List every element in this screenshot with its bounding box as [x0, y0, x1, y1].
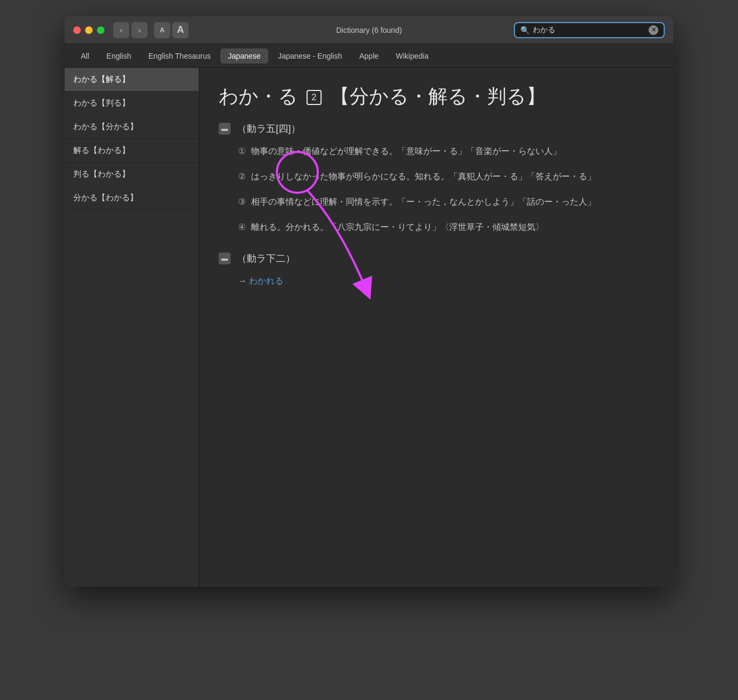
tab-all[interactable]: All	[73, 48, 97, 64]
search-icon: 🔍	[520, 26, 530, 34]
section-godan-icon: ▬	[219, 123, 231, 135]
def-num-1: ①	[238, 146, 246, 156]
tabbar: All English English Thesaurus Japanese J…	[65, 44, 673, 68]
sidebar: わかる【解る】 わかる【判る】 わかる【分かる】 解る【わかる】 判る【わかる】…	[65, 68, 199, 587]
sidebar-item-0[interactable]: わかる【解る】	[65, 68, 199, 92]
def-num-2: ②	[238, 172, 246, 181]
section-shimo-ni-defs: → わかれる	[238, 274, 654, 288]
tab-wikipedia[interactable]: Wikipedia	[388, 48, 436, 64]
def-num-4: ④	[238, 222, 246, 232]
def-arrow: →	[238, 276, 247, 285]
sidebar-item-5[interactable]: 分かる【わかる】	[65, 186, 199, 210]
section-godan: ▬ （動ラ五[四]） ① 物事の意味・価値などが理解できる。「意味がー・る」「音…	[219, 122, 654, 235]
def-num-3: ③	[238, 197, 246, 206]
fullscreen-button[interactable]	[97, 26, 105, 34]
section-shimo-ni-icon: ▬	[219, 253, 231, 264]
traffic-lights	[73, 26, 105, 34]
def-text-4: 離れる。分かれる。「八宗九宗にー・りてより」〈浮世草子・傾城禁短気〉	[251, 222, 544, 232]
entry-badge: 2	[307, 90, 322, 105]
font-larger-button[interactable]: A	[172, 22, 189, 38]
tab-english-thesaurus[interactable]: English Thesaurus	[141, 48, 218, 64]
section-godan-header: ▬ （動ラ五[四]）	[219, 122, 654, 135]
entry-reading: わか・る	[219, 85, 298, 107]
main-content: わかる【解る】 わかる【判る】 わかる【分かる】 解る【わかる】 判る【わかる】…	[65, 68, 673, 587]
search-clear-button[interactable]: ✕	[649, 25, 658, 35]
def-godan-4: ④ 離れる。分かれる。「八宗九宗にー・りてより」〈浮世草子・傾城禁短気〉	[238, 220, 654, 234]
def-godan-2: ② はっきりしなかった物事が明らかになる。知れる。「真犯人がー・る」「答えがー・…	[238, 169, 654, 184]
sidebar-item-3[interactable]: 解る【わかる】	[65, 139, 199, 163]
nav-buttons: ‹ ›	[113, 22, 148, 38]
sidebar-item-1[interactable]: わかる【判る】	[65, 92, 199, 115]
back-button[interactable]: ‹	[113, 22, 129, 38]
wakareru-link[interactable]: わかれる	[249, 276, 283, 285]
section-godan-defs: ① 物事の意味・価値などが理解できる。「意味がー・る」「音楽がー・らない人」 ②…	[238, 144, 654, 235]
section-shimo-ni: ▬ （動ラ下二） → わかれる	[219, 252, 654, 288]
titlebar: ‹ › A A Dictionary (6 found) 🔍 ✕	[65, 16, 673, 44]
section-shimo-ni-header: ▬ （動ラ下二）	[219, 252, 654, 265]
def-text-3: 相手の事情などに理解・同情を示す。「ー・った，なんとかしよう」「話のー・った人」	[251, 197, 596, 206]
entry-title: わか・る 2 【分かる・解る・判る】	[219, 84, 654, 109]
def-text-1: 物事の意味・価値などが理解できる。「意味がー・る」「音楽がー・らない人」	[251, 146, 561, 156]
forward-button[interactable]: ›	[131, 22, 148, 38]
dictionary-window: ‹ › A A Dictionary (6 found) 🔍 ✕ All Eng…	[65, 16, 673, 587]
dict-content: わか・る 2 【分かる・解る・判る】 ▬ （動ラ五[四]） ① 物事の意味・価値…	[199, 68, 673, 587]
sidebar-item-4[interactable]: 判る【わかる】	[65, 163, 199, 186]
def-shimo-ni-1: → わかれる	[238, 274, 654, 288]
tab-apple[interactable]: Apple	[352, 48, 386, 64]
search-input[interactable]	[533, 26, 645, 34]
def-godan-1: ① 物事の意味・価値などが理解できる。「意味がー・る」「音楽がー・らない人」	[238, 144, 654, 158]
def-godan-3: ③ 相手の事情などに理解・同情を示す。「ー・った，なんとかしよう」「話のー・った…	[238, 194, 654, 209]
font-smaller-button[interactable]: A	[154, 22, 170, 38]
section-godan-label: （動ラ五[四]）	[237, 122, 301, 135]
tab-japanese-english[interactable]: Japanese - English	[270, 48, 350, 64]
tab-english[interactable]: English	[99, 48, 139, 64]
tab-japanese[interactable]: Japanese	[220, 48, 268, 64]
search-bar: 🔍 ✕	[514, 22, 665, 38]
font-size-buttons: A A	[154, 22, 189, 38]
minimize-button[interactable]	[85, 26, 93, 34]
def-text-2: はっきりしなかった物事が明らかになる。知れる。「真犯人がー・る」「答えがー・る」	[251, 172, 596, 181]
close-button[interactable]	[73, 26, 81, 34]
entry-kanji: 【分かる・解る・判る】	[330, 85, 546, 107]
section-shimo-ni-label: （動ラ下二）	[237, 252, 295, 265]
sidebar-item-2[interactable]: わかる【分かる】	[65, 115, 199, 139]
window-title: Dictionary (6 found)	[336, 26, 402, 34]
